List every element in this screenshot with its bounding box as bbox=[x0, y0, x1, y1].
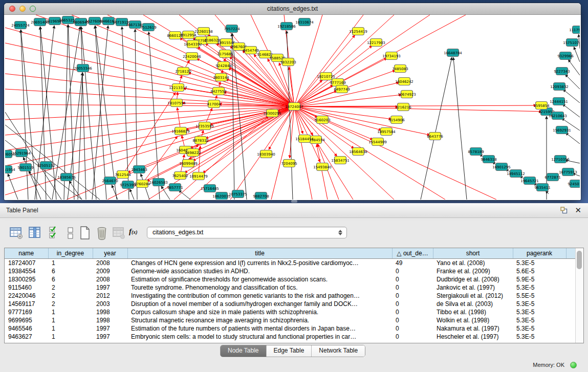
network-node-yellow[interactable]: 19734193 bbox=[382, 52, 401, 60]
table-row[interactable]: 911546021997Tourette syndrome. Phenomeno… bbox=[5, 283, 576, 292]
network-node-teal[interactable]: 11175054 bbox=[569, 26, 580, 34]
network-node-teal[interactable]: 12093832 bbox=[550, 83, 569, 91]
network-node-yellow[interactable]: 18957584 bbox=[377, 128, 396, 136]
table-scrollbar-thumb[interactable] bbox=[577, 251, 582, 269]
network-node-yellow[interactable]: 12217903 bbox=[367, 39, 385, 47]
delete-column-icon[interactable] bbox=[95, 225, 109, 240]
network-node-yellow[interactable]: 417004 bbox=[207, 100, 221, 108]
network-node-teal[interactable]: 12444151 bbox=[550, 98, 568, 105]
network-node-teal[interactable]: 12505152 bbox=[37, 162, 55, 169]
network-node-teal[interactable]: 10753375 bbox=[229, 190, 247, 198]
network-node-yellow[interactable]: 8454749 bbox=[243, 47, 258, 54]
network-node-teal[interactable]: 5901519 bbox=[17, 164, 33, 171]
network-node-yellow[interactable]: 1595854 bbox=[533, 102, 550, 110]
network-node-teal[interactable]: 8578189 bbox=[468, 148, 484, 156]
network-node-teal[interactable]: 6772871 bbox=[545, 173, 560, 181]
new-column-icon[interactable] bbox=[78, 225, 92, 240]
column-header[interactable]: year bbox=[93, 248, 127, 259]
network-node-teal[interactable]: 9846318 bbox=[481, 156, 496, 163]
table-row[interactable]: 946362711997Embryonic stem cells: a mode… bbox=[5, 333, 576, 341]
column-header[interactable]: title bbox=[127, 248, 392, 259]
network-node-teal[interactable]: 9635411 bbox=[534, 184, 550, 191]
tab-node-table[interactable]: Node Table bbox=[221, 345, 267, 357]
network-node-teal[interactable]: 18620035 bbox=[212, 192, 231, 200]
network-node-yellow[interactable]: 9498222 bbox=[185, 149, 201, 157]
network-node-teal[interactable]: 18945112 bbox=[507, 170, 525, 178]
network-node-yellow[interactable]: 9160203 bbox=[314, 116, 330, 124]
select-all-rows-icon[interactable] bbox=[47, 225, 61, 240]
network-node-teal[interactable]: 7957224 bbox=[224, 25, 240, 33]
network-node-teal[interactable]: 9329966 bbox=[557, 52, 574, 60]
network-canvas[interactable]: 1872400724055724206914062619698316653257… bbox=[5, 15, 580, 200]
network-node-yellow[interactable]: 12353593 bbox=[195, 122, 214, 130]
network-node-teal[interactable]: 16026583 bbox=[149, 179, 168, 186]
table-row[interactable]: 969969511998Structural magnetic resonanc… bbox=[5, 316, 576, 324]
node-table-grid[interactable]: namein_degreeyeartitle△ out_de…shortpage… bbox=[5, 248, 576, 341]
table-scrollbar[interactable] bbox=[575, 248, 583, 343]
panel-resize-handle[interactable] bbox=[291, 200, 297, 203]
column-header[interactable]: name bbox=[5, 248, 48, 259]
minimize-window-icon[interactable] bbox=[19, 6, 26, 12]
column-header[interactable] bbox=[566, 248, 576, 259]
column-header[interactable]: △ out_de… bbox=[392, 248, 433, 259]
network-node-teal[interactable]: 24055724 bbox=[11, 21, 30, 29]
network-node-yellow[interactable]: 7204095 bbox=[281, 160, 297, 167]
table-settings-icon[interactable] bbox=[9, 225, 24, 240]
window-titlebar[interactable]: citations_edges.txt bbox=[4, 3, 581, 15]
network-node-yellow[interactable]: 16046242 bbox=[395, 78, 413, 85]
table-row[interactable]: 1938455462009Genome-wide association stu… bbox=[5, 267, 576, 275]
column-header[interactable]: short bbox=[433, 248, 513, 259]
zoom-window-icon[interactable] bbox=[30, 6, 36, 12]
network-node-yellow[interactable]: 2803144 bbox=[213, 74, 229, 81]
network-node-yellow[interactable]: 18564638 bbox=[349, 148, 367, 156]
network-node-yellow[interactable]: 1832203 bbox=[280, 58, 296, 66]
network-node-yellow[interactable]: 8643776 bbox=[427, 133, 443, 140]
network-node-teal[interactable]: 7512619 bbox=[140, 24, 156, 31]
deselect-all-rows-icon[interactable] bbox=[63, 225, 78, 240]
network-node-teal[interactable]: 15692931 bbox=[553, 126, 571, 134]
table-selector-dropdown[interactable]: citations_edges.txt bbox=[147, 227, 347, 238]
network-node-yellow[interactable]: 22260158 bbox=[194, 28, 213, 35]
float-panel-icon[interactable] bbox=[560, 207, 568, 214]
memory-status-icon[interactable] bbox=[570, 362, 577, 368]
column-header[interactable]: pagerank bbox=[513, 248, 566, 259]
network-node-yellow[interactable]: 22420046 bbox=[183, 53, 201, 60]
network-node-yellow[interactable]: 2718120 bbox=[175, 68, 191, 75]
network-node-yellow[interactable]: 15493840 bbox=[313, 163, 332, 171]
column-chooser-icon[interactable] bbox=[28, 225, 42, 240]
network-node-teal[interactable]: 15716485 bbox=[201, 185, 219, 192]
table-row[interactable]: 977716911998Corpus callosum shape and si… bbox=[5, 308, 576, 316]
table-row[interactable]: 2242004622012Investigating the contribut… bbox=[5, 292, 576, 300]
tab-edge-table[interactable]: Edge Table bbox=[267, 345, 312, 357]
network-node-yellow[interactable]: 8427552 bbox=[210, 87, 226, 95]
network-node-teal[interactable]: 9882708 bbox=[253, 192, 269, 200]
network-node-teal[interactable]: 9245012 bbox=[568, 180, 580, 188]
network-node-teal[interactable]: 9725399 bbox=[120, 181, 136, 189]
network-node-yellow[interactable]: 12213317 bbox=[169, 84, 187, 92]
tab-network-table[interactable]: Network Table bbox=[312, 345, 365, 357]
network-node-yellow[interactable]: 3216216 bbox=[395, 103, 411, 111]
network-node-yellow[interactable]: 9760284 bbox=[134, 180, 150, 188]
network-node-yellow[interactable]: 10914479 bbox=[189, 172, 208, 180]
close-window-icon[interactable] bbox=[9, 6, 15, 12]
network-node-teal[interactable]: 9857771 bbox=[167, 184, 183, 191]
column-header[interactable]: in_degree bbox=[48, 248, 93, 259]
network-node-yellow[interactable]: 7625402 bbox=[172, 172, 188, 180]
network-node-yellow[interactable]: 9154906 bbox=[388, 116, 405, 124]
network-node-yellow[interactable]: 8878312 bbox=[192, 137, 208, 144]
network-node-yellow[interactable]: 3175685 bbox=[217, 50, 233, 58]
network-node-teal[interactable]: 20053346 bbox=[74, 64, 92, 72]
network-node-yellow[interactable]: 7612544 bbox=[115, 171, 131, 179]
network-node-yellow[interactable]: 11254419 bbox=[349, 28, 367, 35]
network-node-yellow[interactable]: 15834751 bbox=[331, 157, 350, 164]
network-node-yellow[interactable]: 7485083 bbox=[392, 65, 408, 73]
function-builder-icon[interactable]: f(x) bbox=[129, 227, 138, 236]
network-node-teal[interactable]: 12710356 bbox=[551, 156, 570, 163]
table-row[interactable]: 1830029562008Estimation of significance … bbox=[5, 275, 576, 283]
network-node-teal[interactable]: 16648784 bbox=[444, 49, 462, 57]
network-node-teal[interactable]: 9227343 bbox=[554, 68, 570, 75]
network-node-teal[interactable]: 1943463 bbox=[131, 166, 147, 173]
network-node-yellow[interactable]: 6497749 bbox=[334, 85, 350, 93]
network-node-teal[interactable]: 18310674 bbox=[295, 18, 314, 26]
network-node-teal[interactable]: 2564670 bbox=[102, 177, 118, 185]
